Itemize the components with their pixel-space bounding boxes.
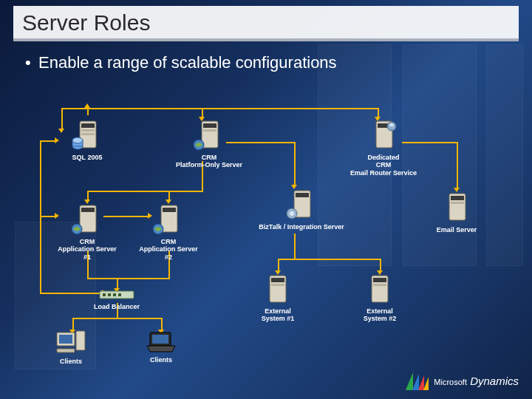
- svg-rect-26: [451, 202, 464, 204]
- node-label: External System #1: [245, 307, 311, 323]
- node-clients-laptop: Clients: [132, 330, 191, 364]
- svg-rect-2: [81, 129, 95, 132]
- dynamics-mark-icon: [406, 371, 428, 390]
- brand-line2: Dynamics: [470, 375, 519, 387]
- node-label: Clients: [132, 356, 191, 364]
- brand-text: Microsoft Dynamics: [434, 375, 519, 387]
- svg-rect-40: [271, 284, 284, 286]
- node-dedicated-crm-email-router: Dedicated CRM Email Router Service: [343, 117, 424, 177]
- svg-rect-39: [271, 278, 284, 282]
- bullet-dot: •: [25, 53, 38, 72]
- node-crm-app-server-2: CRM Application Server #2: [135, 201, 202, 261]
- svg-rect-18: [163, 208, 176, 212]
- node-label: External System #2: [347, 307, 413, 323]
- svg-rect-28: [103, 293, 106, 296]
- svg-rect-42: [373, 278, 386, 282]
- network-switch-icon: [98, 288, 135, 301]
- node-label: SQL 2005: [54, 154, 120, 161]
- svg-rect-1: [81, 123, 95, 128]
- svg-rect-3: [81, 133, 95, 135]
- node-label: Dedicated CRM Email Router Service: [343, 154, 424, 177]
- server-tower-icon: [71, 201, 103, 236]
- node-label: CRM Application Server #2: [135, 238, 202, 261]
- node-sql-2005: SQL 2005: [54, 117, 120, 161]
- svg-rect-21: [296, 193, 309, 197]
- bullet-row: • Enable a range of scalable configurati…: [25, 53, 510, 72]
- svg-rect-33: [59, 335, 72, 344]
- svg-rect-29: [108, 293, 111, 296]
- svg-point-6: [72, 137, 83, 143]
- diagram-stage: SQL 2005 CRM Platform-Only Server Dedica…: [21, 81, 488, 365]
- brand-logo: Microsoft Dynamics: [406, 371, 519, 390]
- server-tower-icon: [152, 201, 185, 236]
- svg-rect-34: [76, 331, 85, 350]
- desktop-computer-icon: [54, 330, 88, 356]
- svg-rect-15: [81, 208, 95, 212]
- node-biztalk-integration: BizTalk / Integration Server: [257, 186, 346, 231]
- svg-rect-25: [451, 196, 464, 200]
- svg-rect-31: [118, 293, 121, 296]
- brand-line1: Microsoft: [434, 378, 467, 386]
- svg-point-23: [290, 211, 294, 216]
- svg-rect-35: [57, 349, 75, 352]
- node-label: BizTalk / Integration Server: [257, 223, 346, 231]
- laptop-icon: [144, 330, 178, 355]
- node-crm-app-server-1: CRM Application Server #1: [54, 201, 120, 261]
- node-email-server: Email Server: [423, 189, 490, 233]
- bullet-text: Enable a range of scalable configuration…: [38, 53, 337, 72]
- svg-rect-30: [113, 293, 116, 296]
- slide-title: Server Roles: [13, 6, 519, 41]
- node-label: CRM Application Server #1: [54, 238, 120, 261]
- node-label: Load Balancer: [87, 303, 146, 310]
- node-clients-desktop: Clients: [41, 330, 100, 365]
- node-load-balancer: Load Balancer: [87, 288, 146, 310]
- server-tower-icon: [263, 272, 293, 306]
- server-tower-icon: [440, 189, 473, 225]
- server-tower-icon: [365, 272, 395, 306]
- server-tower-icon: [285, 186, 318, 222]
- server-tower-icon: [367, 117, 400, 152]
- server-tower-icon: [193, 117, 225, 152]
- svg-rect-43: [373, 284, 386, 286]
- node-external-system-2: External System #2: [347, 272, 413, 323]
- node-label: Clients: [41, 358, 100, 365]
- node-label: CRM Platform-Only Server: [168, 154, 250, 169]
- svg-rect-37: [152, 335, 168, 344]
- server-tower-icon: [71, 117, 103, 152]
- svg-rect-9: [203, 129, 216, 132]
- svg-rect-8: [203, 123, 216, 128]
- node-external-system-1: External System #1: [245, 272, 311, 323]
- node-label: Email Server: [423, 226, 490, 233]
- node-crm-platform-only: CRM Platform-Only Server: [168, 117, 250, 169]
